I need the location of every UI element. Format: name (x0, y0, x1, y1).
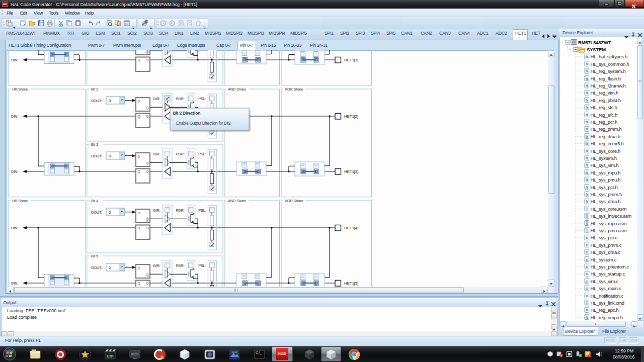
svg-text:HL_sys_pcr.c: HL_sys_pcr.c (591, 235, 618, 240)
svg-text:h: h (586, 141, 588, 146)
svg-text:h: h (586, 113, 588, 117)
svg-text:DIR:: DIR: (153, 263, 160, 268)
svg-text:HL_sys_pmu.asm: HL_sys_pmu.asm (591, 228, 627, 233)
svg-text:HL_reg_pbist.h: HL_reg_pbist.h (591, 98, 621, 103)
svg-text:h: h (586, 315, 588, 320)
svg-text:HL_system.h: HL_system.h (591, 155, 617, 161)
svg-text:c: c (586, 243, 588, 247)
svg-text:DIN:: DIN: (11, 281, 18, 286)
svg-text:0: 0 (109, 210, 111, 215)
svg-text:0: 0 (109, 265, 111, 270)
svg-text:c: c (586, 294, 588, 298)
svg-text:h: h (586, 134, 588, 139)
svg-text:SYSTEM: SYSTEM (587, 47, 606, 52)
svg-text:DIN:: DIN: (11, 169, 18, 174)
svg-text:kodi: kodi (231, 350, 237, 353)
svg-text:HL_reg_system.h: HL_reg_system.h (591, 68, 626, 74)
svg-text:h: h (586, 192, 588, 197)
svg-text:Q: Q (138, 58, 140, 62)
svg-text:h: h (586, 98, 588, 103)
svg-text:AND Share: AND Share (228, 199, 246, 203)
svg-text:h: h (586, 308, 588, 312)
svg-text:D: D (138, 155, 140, 158)
svg-text:HL_reg_pcr.h: HL_reg_pcr.h (591, 119, 617, 125)
svg-text:HL_reg_vim.h: HL_reg_vim.h (591, 90, 619, 96)
svg-text:PDR:: PDR: (176, 263, 184, 268)
svg-text:HL_sys_main.c: HL_sys_main.c (591, 286, 622, 291)
svg-text:h: h (586, 120, 588, 124)
svg-text:h: h (586, 90, 588, 95)
svg-text:DOUT:: DOUT: (91, 210, 102, 215)
svg-text:HL_sys_core.asm: HL_sys_core.asm (591, 206, 627, 212)
svg-text:HL_sys_startup.c: HL_sys_startup.c (591, 271, 625, 277)
svg-text:HL_reg_stc.h: HL_reg_stc.h (591, 105, 617, 110)
svg-text:DIN:: DIN: (11, 226, 18, 230)
svg-text:RM57L843ZWT: RM57L843ZWT (578, 40, 611, 45)
svg-text:DIN:: DIN: (11, 58, 18, 62)
svg-text:c: c (586, 272, 588, 276)
svg-text:c: c (586, 264, 588, 269)
svg-text:HET1[2]: HET1[2] (344, 114, 358, 119)
svg-text:h: h (586, 76, 588, 81)
svg-text:HL_sys_phantom.c: HL_sys_phantom.c (591, 264, 629, 269)
svg-text:Q: Q (138, 282, 140, 286)
svg-text:PSL:: PSL: (198, 97, 206, 101)
svg-text:c: c (586, 257, 588, 262)
svg-text:XOR Share: XOR Share (285, 87, 303, 92)
svg-text:DOUT:: DOUT: (91, 265, 102, 270)
svg-text:DIR:: DIR: (153, 152, 160, 156)
svg-text:Q: Q (146, 50, 149, 54)
svg-text:HL_notification.c: HL_notification.c (591, 293, 624, 299)
svg-text:HET1[3]: HET1[3] (344, 169, 358, 174)
svg-text:DOUT:: DOUT: (91, 99, 102, 103)
svg-text:PSL:: PSL: (198, 152, 206, 156)
svg-text:h: h (586, 62, 588, 66)
svg-text:Bit 2 Direction: Bit 2 Direction (173, 111, 201, 116)
svg-text:Q: Q (138, 115, 140, 119)
svg-text:HL_reg_dma.h: HL_reg_dma.h (591, 134, 620, 139)
svg-text:PDR:: PDR: (176, 208, 184, 213)
svg-text:HL_sys_dma.c: HL_sys_dma.c (591, 249, 621, 255)
svg-text:HET1[5]: HET1[5] (344, 281, 358, 286)
svg-text:HL_sys_vim.c: HL_sys_vim.c (591, 279, 619, 284)
svg-text:c: c (586, 279, 588, 284)
svg-text:PDR:: PDR: (176, 152, 184, 156)
svg-text:HL_reg_l2ramw.h: HL_reg_l2ramw.h (591, 83, 626, 88)
svg-text:Q: Q (138, 226, 140, 230)
svg-text:c: c (586, 235, 588, 240)
svg-text:h: h (586, 156, 588, 160)
svg-text:HL_reg_epc.h: HL_reg_epc.h (591, 307, 619, 313)
svg-text:HL_system.c: HL_system.c (591, 257, 617, 262)
svg-text:h: h (586, 163, 588, 167)
svg-text:HL_sys_common.h: HL_sys_common.h (591, 61, 629, 67)
svg-text:HL_sys_pmm.h: HL_sys_pmm.h (591, 192, 622, 197)
svg-text:AND Share: AND Share (228, 87, 246, 92)
svg-text:c: c (586, 250, 588, 254)
svg-text:HL_sys_pcr.h: HL_sys_pcr.h (591, 185, 618, 190)
svg-text:0: 0 (109, 99, 111, 103)
svg-text:D: D (138, 211, 140, 215)
svg-text:XOR Share: XOR Share (285, 199, 303, 203)
svg-text:h: h (586, 69, 588, 73)
svg-text:h: h (586, 83, 588, 88)
svg-text:C:\_: C:\_ (256, 351, 262, 355)
svg-text:HL_reg_flash.h: HL_reg_flash.h (591, 76, 621, 81)
svg-text:Bit 4: Bit 4 (91, 199, 98, 203)
svg-text:um: um (107, 353, 114, 358)
svg-text:h: h (586, 127, 588, 131)
svg-text:HL_hal_stdtypes.h: HL_hal_stdtypes.h (591, 54, 628, 59)
svg-text:h: h (586, 185, 588, 190)
svg-text:HET1[1]: HET1[1] (344, 58, 358, 62)
svg-text:HL_sys_dma.h: HL_sys_dma.h (591, 199, 621, 204)
svg-text:h: h (586, 54, 588, 59)
svg-text:HET1[4]: HET1[4] (344, 226, 358, 230)
svg-text:HL_sys_intvecs.asm: HL_sys_intvecs.asm (591, 213, 632, 219)
svg-text:HL_reg_efc.h: HL_reg_efc.h (591, 112, 617, 118)
svg-text:c: c (586, 286, 588, 291)
svg-text:h: h (586, 170, 588, 175)
svg-text:HL_reg_nmpu.h: HL_reg_nmpu.h (591, 315, 623, 320)
svg-text:0: 0 (109, 154, 111, 158)
svg-text:D: D (146, 58, 149, 62)
svg-text:D: D (146, 226, 149, 230)
svg-text:Q: Q (146, 218, 149, 222)
